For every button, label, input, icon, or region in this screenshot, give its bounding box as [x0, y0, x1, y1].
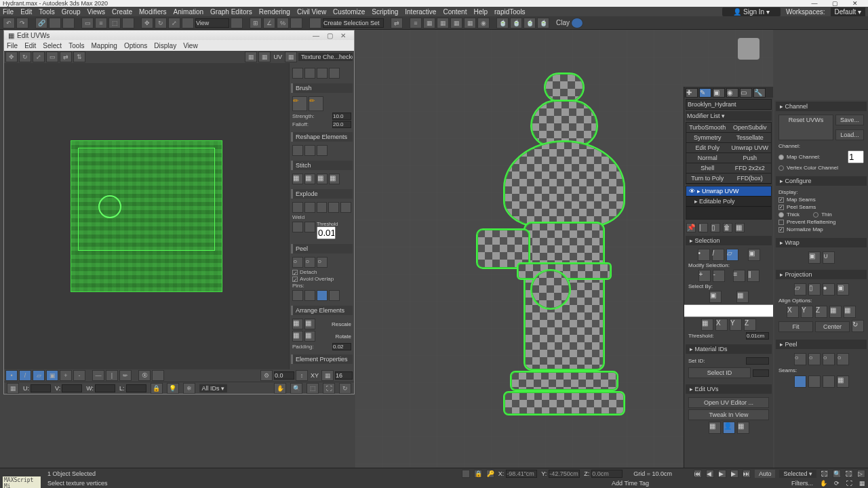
uv-zoom-region-button[interactable]: ⬚: [307, 383, 319, 394]
load-uvws-button[interactable]: Load...: [835, 129, 864, 140]
explode-4[interactable]: [328, 202, 339, 213]
selby-1[interactable]: ▦: [701, 319, 713, 331]
loop-button[interactable]: ‖: [747, 270, 760, 282]
mod-unwrapuvw[interactable]: Unwrap UVW: [729, 143, 772, 153]
uv-grid-snap-button[interactable]: ▦: [321, 370, 334, 381]
uv-disp-opt-button[interactable]: ⚙: [260, 370, 273, 381]
uv-soft-sel-button[interactable]: ⦿: [138, 370, 151, 381]
menu-modifiers[interactable]: Modifiers: [139, 8, 167, 16]
time-start[interactable]: ⏮: [694, 470, 702, 478]
render-setup-button[interactable]: 🍵: [496, 18, 509, 28]
vp-min[interactable]: ⛶: [821, 470, 829, 478]
explode-3[interactable]: [317, 202, 328, 213]
normalize-check[interactable]: ✓: [778, 227, 784, 232]
uv-scale-button[interactable]: ⤢: [33, 52, 45, 62]
curve-editor-button[interactable]: ▦: [450, 18, 462, 28]
mod-turbosmooth[interactable]: TurboSmooth: [686, 123, 729, 133]
stack-editable-poly[interactable]: ▸ Editable Poly: [686, 197, 771, 207]
sel-face-button[interactable]: ▱: [726, 249, 738, 261]
projection-header[interactable]: ▸ Projection: [776, 270, 867, 279]
uv-zoom-sel-button[interactable]: ↻: [339, 383, 351, 394]
fp-peel-3[interactable]: ○: [823, 353, 835, 365]
uv-mirror-button[interactable]: ⇄: [60, 52, 72, 62]
time-end[interactable]: ⏭: [743, 470, 751, 478]
u-input[interactable]: [31, 384, 51, 392]
viewcube[interactable]: [738, 38, 760, 60]
stitch-3[interactable]: ▦: [317, 174, 328, 184]
uv-canvas[interactable]: [4, 63, 289, 369]
proj-box[interactable]: ▣: [837, 283, 849, 296]
uv-qt-3[interactable]: [317, 68, 328, 79]
pin-3[interactable]: [317, 290, 328, 301]
explode-header[interactable]: Explode: [291, 189, 353, 199]
thick-radio[interactable]: [778, 212, 784, 218]
uv-maximize-button[interactable]: ▢: [323, 32, 336, 39]
pin-stack-button[interactable]: 📌: [686, 223, 696, 232]
display-tab[interactable]: ▭: [740, 88, 752, 98]
threshold-input[interactable]: [317, 226, 336, 239]
time-play[interactable]: ▶: [718, 470, 726, 478]
material-editor-button[interactable]: ◉: [477, 18, 490, 28]
thin-radio[interactable]: [813, 212, 818, 218]
menu-scripting[interactable]: Scripting: [372, 8, 398, 16]
quickmap-3[interactable]: ▦: [737, 422, 749, 434]
minimize-button[interactable]: —: [804, 0, 825, 7]
explode-5[interactable]: [340, 202, 351, 213]
vp-zoom-all[interactable]: ⛶: [845, 470, 853, 478]
proj-planar[interactable]: ▱: [794, 283, 806, 296]
mod-opensubdiv[interactable]: OpenSubdiv: [729, 123, 772, 133]
vp-pan[interactable]: ✋: [820, 480, 827, 487]
uv-elem-mode[interactable]: ▣: [46, 370, 58, 381]
menu-civilview[interactable]: Civil View: [297, 8, 326, 16]
render-frame-button[interactable]: 🍵: [510, 18, 522, 28]
uv-menu-select[interactable]: Select: [43, 42, 62, 49]
quickmap-1[interactable]: ▦: [709, 422, 721, 434]
render-last-button[interactable]: 🍵: [537, 18, 549, 28]
seam-4[interactable]: ▦: [837, 375, 849, 388]
selectid-button[interactable]: Select ID: [688, 367, 751, 378]
uv-qt-1[interactable]: [292, 68, 303, 79]
arrange-pack-2[interactable]: ▦: [304, 319, 315, 329]
elprops-header[interactable]: Element Properties: [291, 354, 353, 364]
uv-mirror-v-button[interactable]: ⇅: [73, 52, 85, 62]
maxscript-listener[interactable]: MAXScript Mi: [3, 476, 41, 488]
pin-2[interactable]: [304, 290, 315, 301]
utilities-tab[interactable]: 🔧: [753, 88, 766, 98]
uv-grid-button[interactable]: ▦: [245, 52, 257, 62]
seam-2[interactable]: [808, 375, 821, 388]
key-filter-dropdown[interactable]: Selected ▾: [779, 470, 816, 478]
uv-menu-display[interactable]: Display: [154, 42, 176, 49]
key-button[interactable]: 🔑: [486, 470, 494, 478]
detach-check[interactable]: ✓: [292, 270, 298, 275]
tweak-in-view-button[interactable]: Tweak In View: [688, 409, 769, 420]
peelseams-check[interactable]: ✓: [778, 205, 784, 210]
uv-shrink-button[interactable]: -: [73, 370, 85, 381]
window-crossing-button[interactable]: [122, 18, 134, 28]
channel-header[interactable]: ▸ Channel: [776, 102, 867, 111]
menu-tools[interactable]: Tools: [39, 8, 54, 16]
explode-2[interactable]: [304, 202, 315, 213]
remove-mod-button[interactable]: 🗑: [723, 223, 732, 232]
selby-4[interactable]: Z: [744, 319, 756, 331]
mod-ffdbox[interactable]: FFD(box): [729, 174, 772, 184]
uv-soft-falloff-button[interactable]: [152, 370, 164, 381]
arrange-pack-1[interactable]: ▦: [292, 319, 303, 329]
ref-coord-dropdown[interactable]: [195, 18, 229, 28]
uv-ids-dropdown[interactable]: All IDs ▾: [199, 384, 228, 392]
uv-ring-button[interactable]: —: [92, 370, 104, 381]
clay-toggle[interactable]: [571, 18, 583, 28]
mod-tessellate[interactable]: Tessellate: [729, 133, 772, 143]
auto-key-button[interactable]: Auto: [755, 470, 776, 478]
iso-button[interactable]: [462, 470, 470, 478]
uv-zoom-extents-button[interactable]: ⛶: [323, 383, 335, 394]
arrange-pack-4[interactable]: ▦: [304, 331, 315, 342]
uv-options-button[interactable]: ▦: [285, 52, 297, 62]
weld-1[interactable]: [292, 222, 303, 232]
layer-explorer-button[interactable]: ▦: [423, 18, 435, 28]
uv-face-mode[interactable]: ▱: [33, 370, 45, 381]
reset-uvws-button[interactable]: Reset UVWs: [778, 115, 833, 140]
sign-in-button[interactable]: 👤 Sign In ▾: [722, 7, 781, 16]
edituvs-header[interactable]: ▸ Edit UVs: [686, 384, 772, 394]
make-unique-button[interactable]: ▯: [711, 223, 720, 232]
strength-input[interactable]: [332, 113, 351, 120]
